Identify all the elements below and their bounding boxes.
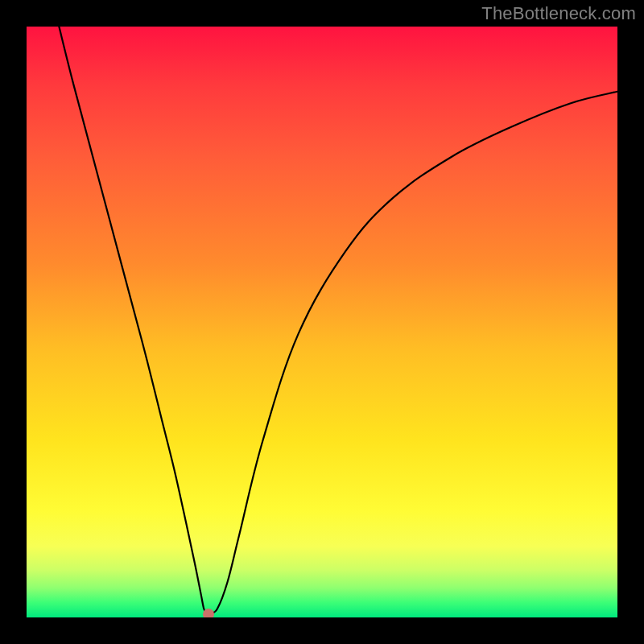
chart-frame: TheBottleneck.com xyxy=(0,0,644,644)
plot-area xyxy=(27,27,617,617)
bottleneck-curve xyxy=(27,27,617,617)
watermark-text: TheBottleneck.com xyxy=(481,3,636,24)
minimum-marker xyxy=(203,609,214,617)
